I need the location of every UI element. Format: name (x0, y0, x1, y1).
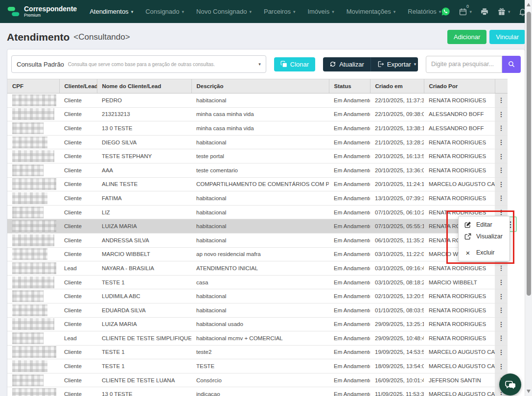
menu-item-edit[interactable]: Editar (459, 219, 509, 231)
row-actions-button[interactable]: ⋮ (495, 191, 508, 206)
table-row[interactable]: Cliente LUIZA MARIA habitacional Em Anda… (7, 219, 508, 233)
cell-client-lead: Cliente (59, 233, 97, 247)
cell-status: Em Andamento (329, 191, 370, 206)
row-actions-button[interactable]: ⋮ (495, 359, 508, 373)
column-header[interactable]: Nome do Cliente/Lead (97, 79, 191, 93)
cpf-redacted-value (12, 220, 56, 232)
table-row[interactable]: Lead NAYARA - BRASILIA ATENDIMENTO INICI… (7, 261, 508, 276)
column-header[interactable]: Criado em (370, 79, 424, 93)
cell-created-at: 19/09/2025, 14:53:51 (370, 345, 424, 359)
nav-menu-item[interactable]: Relatórios ▾ (408, 8, 441, 15)
table-row[interactable]: Lead CLIENTE DE TESTE SIMPLIFIQUE DA SIL… (7, 331, 508, 346)
table-row[interactable]: Cliente EDUARDA SILVA habitacional Em An… (7, 303, 508, 317)
calendar-icon[interactable]: 0 ▾ (459, 7, 472, 16)
cell-status: Em Andamento (329, 303, 370, 317)
chevron-down-icon: ▾ (293, 9, 296, 14)
cell-status: Em Andamento (329, 121, 370, 136)
cell-name: TESTE STEPHANY (97, 149, 191, 163)
row-actions-button[interactable]: ⋮ (495, 303, 508, 317)
row-actions-button[interactable]: ⋮ (495, 317, 508, 331)
row-actions-button[interactable]: ⋮ (495, 289, 508, 303)
nav-menu-item[interactable]: Parceiros ▾ (264, 8, 295, 15)
table-row[interactable]: Cliente DIEGO SILVA habitacional Em Anda… (7, 135, 508, 149)
clone-button[interactable]: Clonar (274, 57, 315, 71)
page-subtitle: <Consultando> (73, 32, 130, 42)
row-actions-button[interactable]: ⋮ (495, 261, 508, 276)
table-row[interactable]: Cliente LIZ habitacional Em Andamento 07… (7, 205, 508, 219)
table-row[interactable]: Cliente AAA teste comentario Em Andament… (7, 163, 508, 177)
cell-name: NAYARA - BRASILIA (97, 261, 191, 276)
table-row[interactable]: Cliente LUIZA MARIA habitacional usado E… (7, 317, 508, 331)
gift-icon[interactable]: ▾ (497, 7, 510, 16)
cell-description: casa (191, 275, 329, 289)
row-actions-button[interactable]: ⋮ (495, 163, 508, 177)
export-button[interactable]: Exportar ▾ (370, 57, 418, 71)
cell-status: Em Andamento (329, 373, 370, 387)
row-actions-button[interactable]: ⋮ (495, 93, 508, 108)
cell-client-lead: Lead (59, 331, 97, 346)
scroll-up-arrow[interactable] (527, 3, 531, 6)
query-select[interactable]: Consulta Padrão Consulta que serve como … (11, 55, 266, 73)
table-row[interactable]: Cliente TESTE 1 TESTE Em Andamento 18/09… (7, 359, 508, 373)
column-header[interactable]: Criado Por (424, 79, 495, 93)
nav-menu-item[interactable]: Imóveis ▾ (307, 8, 334, 15)
column-header[interactable]: Descrição (191, 79, 329, 93)
table-row[interactable]: Cliente LUDIMILA ABC habitacional Em And… (7, 289, 508, 303)
add-button[interactable]: Adicionar (447, 30, 486, 44)
refresh-icon (329, 61, 336, 68)
cell-created-by: MARCELO AUGUSTO CAVALI (424, 387, 495, 396)
cell-client-lead: Cliente (59, 303, 97, 317)
brand[interactable]: Correspondente Premium (7, 5, 77, 18)
nav-menu-item[interactable]: Novo Consignado ▾ (196, 8, 252, 15)
search-input[interactable] (426, 56, 502, 73)
cpf-redacted-value (12, 122, 44, 134)
row-actions-button[interactable]: ⋮ (495, 331, 508, 346)
table-row[interactable]: Cliente 13 0 TESTE indicacao Em Andament… (7, 387, 508, 396)
row-actions-button[interactable]: ⋮ (495, 121, 508, 136)
menu-item-view[interactable]: Visualizar (459, 231, 509, 242)
column-header[interactable]: Status (329, 79, 370, 93)
cell-name: AAA (97, 163, 191, 177)
link-button[interactable]: Vincular (489, 30, 525, 44)
nav-menu-item[interactable]: Movimentações ▾ (347, 8, 396, 15)
cell-created-by: MARCELO AUGUSTO CAVALI (424, 177, 495, 191)
row-actions-button[interactable]: ⋮ (495, 345, 508, 359)
search-button[interactable] (502, 56, 521, 73)
chat-fab-button[interactable] (499, 373, 521, 396)
cell-description: indicacao (191, 387, 329, 396)
menu-item-delete[interactable]: × Excluir (459, 247, 509, 258)
scrollbar-thumb[interactable] (527, 12, 531, 296)
table-row[interactable]: Cliente CLIENTE DE TESTE LUANA Consórcio… (7, 373, 508, 387)
cell-description: minha casa minha vida (191, 121, 329, 136)
cpf-redacted-value (12, 304, 47, 316)
row-actions-button[interactable]: ⋮ (495, 135, 508, 149)
nav-menu-item[interactable]: Atendimentos ▾ (90, 8, 133, 15)
printer-icon[interactable] (480, 7, 489, 16)
cell-created-by: RENATA RODRIGUES (424, 93, 495, 108)
scroll-down-arrow[interactable] (527, 390, 531, 393)
nav-menu-item[interactable]: Consignado ▾ (145, 8, 184, 15)
row-actions-button[interactable]: ⋮ (495, 177, 508, 191)
table-row[interactable]: Cliente ANDRESSA SILVA habitacional Em A… (7, 233, 508, 247)
table-row[interactable]: Cliente TESTE 1 casa Em Andamento 03/10/… (7, 275, 508, 289)
table-row[interactable]: Cliente MARCIO WIBBELT ap novo residenci… (7, 247, 508, 261)
table-row[interactable]: Cliente FATIMA habitacional Em Andamento… (7, 191, 508, 206)
refresh-button[interactable]: Atualizar (323, 57, 370, 71)
whatsapp-icon[interactable] (441, 7, 450, 16)
chevron-down-icon: ▾ (393, 9, 396, 14)
row-actions-button[interactable]: ⋮ (495, 107, 508, 121)
cpf-redacted-value (12, 360, 47, 372)
cell-name: 213213213 (97, 107, 191, 121)
table-row[interactable]: Cliente TESTE STEPHANY teste portal Em A… (7, 149, 508, 163)
row-actions-button[interactable]: ⋮ (495, 149, 508, 163)
table-row[interactable]: Cliente PEDRO habitacional Em Andamento … (7, 93, 508, 108)
cell-name: ANDRESSA SILVA (97, 233, 191, 247)
column-header[interactable]: Cliente/Lead (59, 79, 97, 93)
column-header[interactable]: CPF (7, 79, 59, 93)
cell-description: habitacional (191, 289, 329, 303)
table-row[interactable]: Cliente 13 0 TESTE minha casa minha vida… (7, 121, 508, 136)
table-row[interactable]: Cliente 213213213 minha casa minha vida … (7, 107, 508, 121)
table-row[interactable]: Cliente TESTE 1 teste2 Em Andamento 19/0… (7, 345, 508, 359)
table-row[interactable]: Cliente ALINE TESTE COMPARTILHAMENTO DE … (7, 177, 508, 191)
row-actions-button[interactable]: ⋮ (495, 275, 508, 289)
